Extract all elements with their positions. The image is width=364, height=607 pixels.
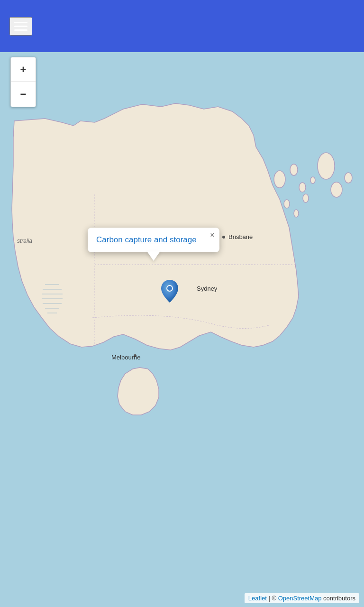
svg-text:Melbourne: Melbourne — [111, 354, 140, 361]
svg-point-22 — [222, 236, 225, 239]
svg-point-29 — [167, 286, 172, 291]
svg-point-20 — [331, 182, 342, 197]
leaflet-link[interactable]: Leaflet — [248, 595, 267, 602]
svg-point-12 — [274, 171, 285, 188]
svg-point-15 — [284, 200, 290, 208]
map-container[interactable]: Gulf of Carpentaria Brisba — [0, 52, 364, 607]
attribution-separator: | © — [267, 595, 278, 602]
zoom-controls: + − — [10, 57, 36, 107]
popup-close-button[interactable]: × — [210, 231, 214, 239]
svg-text:stralia: stralia — [17, 238, 32, 244]
zoom-in-button[interactable]: + — [11, 57, 36, 82]
svg-text:Sydney: Sydney — [197, 285, 218, 292]
map-attribution: Leaflet | © OpenStreetMap contributors — [245, 593, 359, 603]
svg-point-17 — [303, 194, 309, 202]
menu-line-1 — [14, 22, 27, 23]
popup-link[interactable]: Carbon capture and storage — [96, 235, 197, 244]
location-pin-icon — [161, 280, 178, 303]
contributors-text: contributors — [321, 595, 355, 602]
menu-line-2 — [14, 26, 27, 27]
svg-point-16 — [294, 210, 299, 217]
svg-point-18 — [310, 177, 315, 184]
svg-point-21 — [345, 173, 352, 183]
hamburger-menu-button[interactable] — [9, 17, 32, 36]
svg-point-14 — [299, 183, 306, 192]
zoom-out-button[interactable]: − — [11, 82, 36, 107]
map-background: Gulf of Carpentaria Brisba — [0, 52, 364, 607]
osm-link[interactable]: OpenStreetMap — [278, 595, 322, 602]
svg-text:Brisbane: Brisbane — [228, 233, 253, 240]
menu-line-3 — [14, 29, 27, 31]
header — [0, 0, 364, 52]
svg-point-19 — [318, 153, 335, 179]
popup-box: × Carbon capture and storage — [88, 228, 219, 252]
svg-point-13 — [290, 164, 298, 175]
map-marker[interactable] — [161, 280, 178, 304]
map-popup: × Carbon capture and storage — [88, 228, 219, 252]
